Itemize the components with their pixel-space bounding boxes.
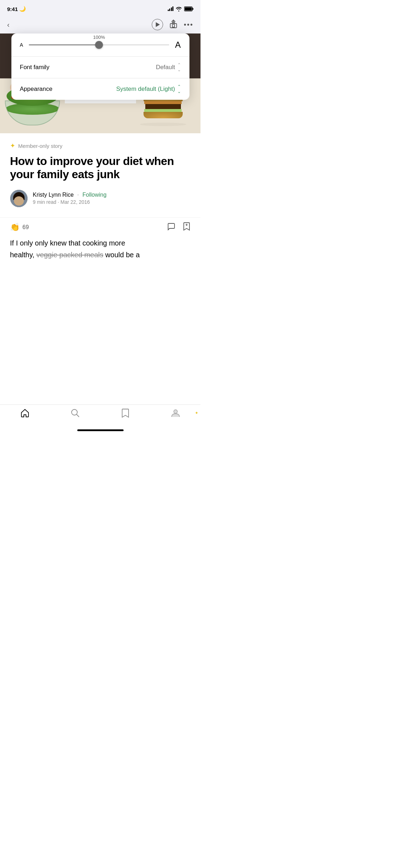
svg-point-9: [72, 409, 77, 415]
dot-separator: ·: [77, 192, 79, 198]
font-size-large-label: A: [175, 40, 181, 50]
clap-icon: 👏: [10, 223, 20, 232]
clap-count: 69: [22, 224, 29, 231]
nav-profile[interactable]: ✦: [150, 408, 200, 418]
play-button[interactable]: [152, 19, 163, 30]
svg-rect-1: [192, 8, 193, 10]
nav-bar: ‹ •••: [0, 16, 200, 33]
home-indicator: [77, 429, 124, 431]
bookmark-button[interactable]: [183, 222, 191, 233]
svg-point-11: [174, 410, 177, 413]
nav-search[interactable]: [50, 408, 100, 418]
bookmark-icon: [183, 222, 191, 231]
author-row: Kristy Lynn Rice · Following 9 min read …: [10, 190, 191, 207]
author-name-row: Kristy Lynn Rice · Following: [33, 192, 106, 198]
appearance-row[interactable]: Appearance System default (Light) ⌃⌄: [11, 78, 189, 100]
body-start: If I only: [10, 239, 33, 247]
publish-date: Mar 22, 2016: [61, 199, 90, 205]
svg-line-10: [77, 414, 79, 417]
status-icons: [168, 6, 194, 11]
font-family-row[interactable]: Font family Default ⌃ ⌄: [11, 57, 189, 78]
author-meta: 9 min read · Mar 22, 2016: [33, 199, 106, 205]
font-size-percent: 100%: [93, 35, 105, 40]
author-avatar-wrapper[interactable]: [10, 190, 28, 207]
article-content: ✦ Member-only story How to improve your …: [0, 133, 200, 207]
appearance-label: Appearance: [20, 86, 53, 93]
status-time: 9:41 🌙: [7, 6, 26, 12]
article-body-preview: If I only only knew that cooking more he…: [0, 237, 200, 296]
status-bar: 9:41 🌙: [0, 0, 200, 16]
font-family-label: Font family: [20, 64, 50, 71]
signal-icon: [168, 7, 174, 11]
back-button[interactable]: ‹: [7, 21, 10, 29]
home-icon: [20, 408, 30, 418]
svg-rect-2: [185, 7, 192, 11]
article-body-text: If I only only knew that cooking more he…: [10, 237, 191, 261]
moon-icon: 🌙: [19, 6, 26, 12]
member-star-icon: ✦: [10, 142, 15, 150]
read-time: 9 min read: [33, 199, 56, 205]
share-button[interactable]: [170, 19, 177, 30]
font-panel: A 100% A Font family Default ⌃ ⌄ Appeara…: [11, 33, 189, 100]
appearance-value[interactable]: System default (Light) ⌃⌄: [116, 84, 181, 94]
font-size-small-label: A: [20, 42, 23, 48]
font-size-slider[interactable]: 100%: [29, 41, 170, 49]
meta-dot: ·: [58, 199, 61, 205]
author-avatar[interactable]: [10, 190, 28, 207]
bookmarks-icon: [121, 408, 129, 418]
profile-star-icon: ✦: [195, 410, 198, 415]
font-size-row[interactable]: A 100% A: [11, 33, 189, 57]
author-name[interactable]: Kristy Lynn Rice: [33, 192, 74, 198]
battery-icon: [184, 6, 193, 11]
time-display: 9:41: [7, 6, 18, 12]
nav-home[interactable]: [0, 408, 50, 418]
following-button[interactable]: Following: [82, 192, 106, 198]
search-icon: [71, 408, 80, 418]
article-title: How to improve your diet when your famil…: [10, 155, 191, 181]
comment-icon: [167, 222, 176, 231]
nav-actions: •••: [152, 19, 193, 30]
font-family-chevron: ⌃ ⌄: [177, 62, 181, 72]
profile-icon: [171, 408, 180, 418]
appearance-selected: System default (Light): [116, 86, 175, 93]
appearance-chevron: ⌃⌄: [177, 84, 181, 94]
member-text: Member-only story: [18, 143, 62, 149]
more-button[interactable]: •••: [184, 21, 193, 29]
nav-bookmarks[interactable]: [100, 408, 151, 418]
comment-button[interactable]: [167, 222, 176, 232]
member-badge: ✦ Member-only story: [10, 142, 191, 150]
wifi-icon: [176, 6, 182, 11]
action-bar: 👏 69: [0, 217, 200, 237]
author-info: Kristy Lynn Rice · Following 9 min read …: [33, 192, 106, 205]
svg-marker-3: [156, 22, 160, 27]
clap-button[interactable]: 👏 69: [10, 223, 29, 232]
font-family-value[interactable]: Default ⌃ ⌄: [156, 62, 181, 72]
font-family-selected: Default: [156, 64, 175, 71]
